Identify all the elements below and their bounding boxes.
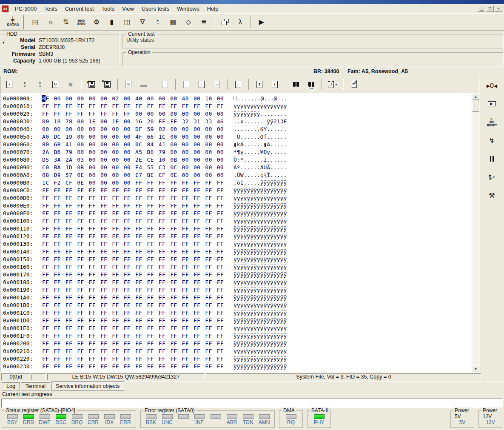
- hex-ascii[interactable]: ÿÿÿÿÿÿÿÿÿÿÿÿÿÿÿÿ: [233, 225, 287, 233]
- tab-log[interactable]: Log: [2, 382, 20, 390]
- hex-ascii[interactable]: ▮kA......▮A.....: [233, 141, 287, 148]
- menu-current-test[interactable]: Current test: [61, 5, 98, 13]
- scroll-thumb[interactable]: [472, 100, 479, 112]
- hex-ascii[interactable]: ÿÿÿÿÿÿÿÿÿÿÿÿÿÿÿÿ: [233, 263, 287, 271]
- tools-icon[interactable]: ⚒: [489, 190, 495, 201]
- user-task-icon[interactable]: λ: [233, 16, 248, 28]
- hex-row[interactable]: 0x000070:2A B6 79 00 00 00 00 00 A5 D0 7…: [3, 148, 472, 156]
- save-to-file-icon[interactable]: ↖: [100, 78, 114, 91]
- hex-bytes[interactable]: FF FF FF FF FF FF FF FF FF FF FF FF FF F…: [42, 309, 228, 317]
- goto-offset-icon[interactable]: # ≡: [17, 78, 32, 91]
- hex-bytes[interactable]: FF FF FF FF FF FF FF FF FF FF FF FF FF F…: [42, 355, 228, 363]
- hex-row[interactable]: 0x000080:D5 3A 2A 03 00 00 00 00 2E CE 1…: [3, 156, 472, 164]
- hex-bytes[interactable]: FF FF FF FF FF FF FF FF FF FF FF FF FF F…: [42, 210, 228, 217]
- menu-tools[interactable]: Tools: [98, 5, 118, 13]
- hex-ascii[interactable]: ÿÿÿÿÿÿÿÿ........: [233, 110, 287, 118]
- next-object-icon[interactable]: ↧: [268, 78, 282, 91]
- hex-row[interactable]: 0x000210:FF FF FF FF FF FF FF FF FF FF F…: [3, 347, 472, 355]
- close-view-icon[interactable]: ×: [2, 78, 17, 91]
- hex-row[interactable]: 0x0001B0:FF FF FF FF FF FF FF FF FF FF F…: [3, 302, 472, 309]
- hex-bytes[interactable]: D5 3A 2A 03 00 00 00 00 2E CE 10 0B 00 0…: [42, 156, 228, 164]
- hex-bytes[interactable]: FF FF FF FF FF FF FF FF FF FF FF FF FF F…: [42, 302, 228, 309]
- hex-bytes[interactable]: FF FF FF FF FF FF FF FF FF FF FF FF FF F…: [42, 248, 228, 256]
- hex-row[interactable]: 0x000130:FF FF FF FF FF FF FF FF FF FF F…: [3, 240, 472, 248]
- hex-ascii[interactable]: ÿÿÿÿÿÿÿÿÿÿÿÿÿÿÿÿ: [233, 217, 287, 225]
- hex-row[interactable]: 0x0000B0:1C F2 CF 0E 00 00 00 00 FF FF F…: [3, 179, 472, 187]
- start-sequence-icon[interactable]: ▶ ≣▾: [489, 171, 495, 182]
- hex-ascii[interactable]: ÿÿÿÿÿÿÿÿÿÿÿÿÿÿÿÿ: [233, 317, 287, 325]
- hex-row[interactable]: 0x000000:0F 00 00 00 00 00 02 00 40 00 0…: [3, 95, 472, 103]
- script-info-icon[interactable]: ▤: [28, 16, 43, 28]
- pause-icon[interactable]: [490, 153, 494, 164]
- hex-row[interactable]: 0x0000D0:FF FF FF FF FF FF FF FF FF FF F…: [3, 194, 472, 202]
- hex-bytes[interactable]: 08 D9 57 0E 00 00 00 00 E7 BE CF 0E 00 0…: [42, 171, 228, 179]
- hex-bytes[interactable]: FF FF FF FF FF FF FF FF FF FF FF FF FF F…: [42, 347, 228, 355]
- report-list-icon[interactable]: ≣: [196, 16, 211, 28]
- hex-bytes[interactable]: FF FF FF FF FF FF FF FF FF FF FF FF FF F…: [42, 233, 228, 240]
- hex-ascii[interactable]: Ü......Of......: [233, 133, 287, 141]
- reload-doc-icon[interactable]: ↻: [48, 78, 63, 91]
- hex-row[interactable]: 0x000110:FF FF FF FF FF FF FF FF FF FF F…: [3, 225, 472, 233]
- edit-notes-icon[interactable]: [347, 78, 361, 91]
- hex-bytes[interactable]: FF FF FF FF FF FF FF FF FF FF FF FF FF F…: [42, 271, 228, 279]
- hex-ascii[interactable]: ÿÿÿÿÿÿÿÿÿÿÿÿÿÿÿÿ: [233, 355, 287, 363]
- scroll-down-icon[interactable]: ▼: [472, 365, 479, 372]
- hex-row[interactable]: 0x000030:00 10 78 00 1E 00 1E 00 16 20 F…: [3, 118, 472, 125]
- menu-view[interactable]: View: [118, 5, 138, 13]
- hex-row[interactable]: 0x0000A0:08 D9 57 0E 00 00 00 00 E7 BE C…: [3, 171, 472, 179]
- export-doc-icon[interactable]: ←: [231, 78, 245, 91]
- hex-bytes[interactable]: 1C F2 CF 0E 00 00 00 00 FF FF FF FF FF F…: [42, 179, 228, 187]
- prev-object-icon[interactable]: ↥: [252, 78, 267, 91]
- close-button[interactable]: ×: [495, 6, 502, 12]
- sata0-port-button[interactable]: ╪ SATA0: [2, 15, 24, 29]
- scroll-up-icon[interactable]: ▲: [472, 93, 479, 100]
- hex-bytes[interactable]: FF FF FF FF FF FF FF FF FF FF FF FF FF F…: [42, 225, 228, 233]
- windows-cascade-icon[interactable]: [218, 16, 232, 28]
- hex-row[interactable]: 0x000200:FF FF FF FF FF FF FF FF FF FF F…: [3, 340, 472, 347]
- hex-row[interactable]: 0x000180:FF FF FF FF FF FF FF FF FF FF F…: [3, 279, 472, 286]
- hex-ascii[interactable]: Õ:*......Î......: [233, 156, 287, 164]
- hex-row[interactable]: 0x0001A0:FF FF FF FF FF FF FF FF FF FF F…: [3, 294, 472, 302]
- menu-tests[interactable]: Tests: [40, 5, 61, 13]
- load-doc-icon[interactable]: ↓: [194, 78, 209, 91]
- database-funnel-icon[interactable]: ∇: [135, 16, 150, 28]
- hex-ascii[interactable]: ÿÿÿÿÿÿÿÿÿÿÿÿÿÿÿÿ: [233, 194, 287, 202]
- hex-ascii[interactable]: ÿÿÿÿÿÿÿÿÿÿÿÿÿÿÿÿ: [233, 187, 287, 194]
- marker-dropdown-icon[interactable]: ▼ ≡: [33, 78, 47, 91]
- settings-gear-icon[interactable]: ⚙: [89, 16, 104, 28]
- hex-bytes[interactable]: FF FF FF FF FF FF FF FF FF FF FF FF FF F…: [42, 103, 228, 110]
- hex-ascii[interactable]: ÿÿÿÿÿÿÿÿÿÿÿÿÿÿÿÿ: [233, 256, 287, 263]
- hex-ascii[interactable]: ÿÿÿÿÿÿÿÿÿÿÿÿÿÿÿÿ: [233, 286, 287, 294]
- menu-users-tests[interactable]: Users tests: [138, 5, 173, 13]
- hex-bytes[interactable]: FF FF FF FF FF FF FF FF FF FF FF FF FF F…: [42, 294, 228, 302]
- menu-windows[interactable]: Windows: [173, 5, 203, 13]
- hex-bytes[interactable]: FF FF FF FF FF FF FF FF FF FF FF FF FF F…: [42, 217, 228, 225]
- sector-zero-icon[interactable]: ▸0◂: [487, 80, 497, 91]
- hex-ascii[interactable]: ÿÿÿÿÿÿÿÿÿÿÿÿÿÿÿÿ: [233, 340, 287, 347]
- hex-ascii[interactable]: ÿÿÿÿÿÿÿÿÿÿÿÿÿÿÿÿ: [233, 347, 287, 355]
- dropdown-caret-icon[interactable]: ▾: [335, 83, 337, 86]
- hex-bytes[interactable]: FF FF FF FF FF FF FF FF FF FF FF FF FF F…: [42, 317, 228, 325]
- dropdown-caret-icon[interactable]: ▾: [493, 175, 495, 179]
- minimize-button[interactable]: _: [478, 6, 485, 12]
- chip-icon[interactable]: ▮: [105, 16, 119, 28]
- hex-bytes[interactable]: FF FF FF FF FF FF FF FF 00 00 00 00 00 0…: [42, 110, 228, 118]
- restore-button[interactable]: □: [486, 6, 494, 12]
- hex-bytes[interactable]: FF FF FF FF FF FF FF FF FF FF FF FF FF F…: [42, 187, 228, 194]
- reset-icon[interactable]: 1↓ 000 RESET: [487, 117, 497, 128]
- hex-bytes[interactable]: 00 00 00 00 00 00 00 00 DF 59 02 00 00 0…: [42, 125, 228, 133]
- lamp-resources-icon[interactable]: ☼: [43, 16, 58, 28]
- hex-row[interactable]: 0x0001D0:FF FF FF FF FF FF FF FF FF FF F…: [3, 317, 472, 325]
- hex-row[interactable]: 0x000220:FF FF FF FF FF FF FF FF FF FF F…: [3, 355, 472, 363]
- menu-pc-3000[interactable]: PC-3000: [11, 5, 40, 13]
- hex-bytes[interactable]: FF FF FF FF FF FF FF FF FF FF FF FF FF F…: [42, 194, 228, 202]
- port-exchange-icon[interactable]: ⇅: [59, 16, 73, 28]
- find-next-icon[interactable]: [304, 78, 319, 91]
- hex-row[interactable]: 0x000010:FF FF FF FF FF FF FF FF FF FF F…: [3, 103, 472, 110]
- hex-bytes[interactable]: FF FF FF FF FF FF FF FF FF FF FF FF FF F…: [42, 340, 228, 347]
- hex-bytes[interactable]: FF FF FF FF FF FF FF FF FF FF FF FF FF F…: [42, 279, 228, 286]
- tab-service-information-objects[interactable]: Service information objects: [51, 382, 124, 390]
- hex-scrollbar[interactable]: ▲ ▼: [472, 93, 479, 372]
- hex-ascii[interactable]: ÿÿÿÿÿÿÿÿÿÿÿÿÿÿÿÿ: [233, 202, 287, 210]
- hex-bytes[interactable]: FF FF FF FF FF FF FF FF FF FF FF FF FF F…: [42, 202, 228, 210]
